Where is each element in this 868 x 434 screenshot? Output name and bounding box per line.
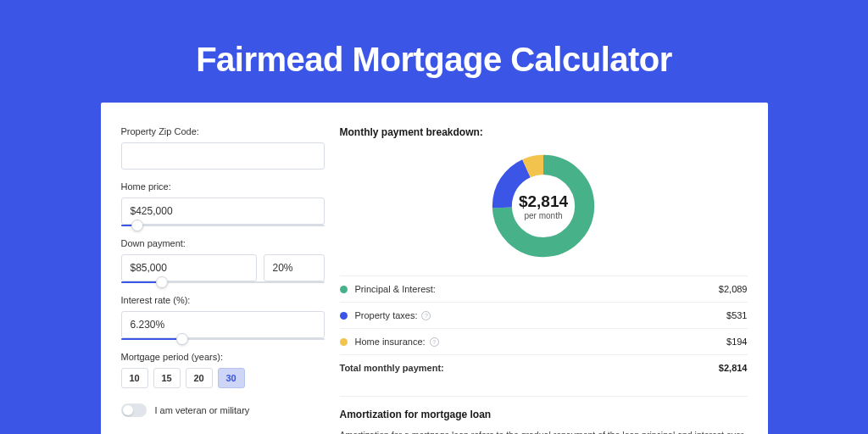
interest-rate-label: Interest rate (%): bbox=[121, 295, 325, 305]
home-price-slider[interactable] bbox=[121, 225, 325, 226]
down-payment-amount-input[interactable] bbox=[121, 254, 257, 281]
donut-subtext: per month bbox=[524, 211, 562, 220]
legend-label: Principal & Interest: bbox=[355, 284, 719, 294]
legend-label-text: Property taxes: bbox=[355, 310, 418, 320]
amortization-section: Amortization for mortgage loan Amortizat… bbox=[340, 396, 748, 434]
home-price-label: Home price: bbox=[121, 181, 325, 192]
form-panel: Property Zip Code: Home price: Down paym… bbox=[121, 126, 325, 434]
legend-label: Home insurance: ? bbox=[355, 337, 727, 347]
legend-label-text: Home insurance: bbox=[355, 337, 426, 347]
interest-rate-input[interactable] bbox=[121, 311, 325, 338]
down-payment-slider[interactable] bbox=[121, 281, 325, 283]
interest-rate-slider-thumb[interactable] bbox=[176, 333, 188, 345]
home-price-slider-thumb[interactable] bbox=[131, 220, 143, 231]
breakdown-header: Monthly payment breakdown: bbox=[340, 126, 748, 138]
legend-row-principal-interest: Principal & Interest: $2,089 bbox=[340, 275, 748, 302]
total-label: Total monthly payment: bbox=[340, 363, 719, 373]
period-btn-15[interactable]: 15 bbox=[153, 368, 181, 388]
period-btn-10[interactable]: 10 bbox=[121, 368, 148, 388]
calculator-card: Property Zip Code: Home price: Down paym… bbox=[101, 103, 768, 434]
legend-row-total: Total monthly payment: $2,814 bbox=[340, 354, 748, 381]
page-title: Fairmead Mortgage Calculator bbox=[0, 0, 868, 103]
home-price-field-group: Home price: bbox=[121, 181, 325, 226]
down-payment-label: Down payment: bbox=[121, 238, 325, 248]
amortization-body: Amortization for a mortgage loan refers … bbox=[340, 429, 748, 434]
period-btn-30[interactable]: 30 bbox=[218, 368, 245, 388]
zip-label: Property Zip Code: bbox=[121, 126, 325, 136]
legend-value: $2,089 bbox=[719, 284, 748, 294]
legend-row-property-taxes: Property taxes: ? $531 bbox=[340, 302, 748, 328]
mortgage-period-label: Mortgage period (years): bbox=[121, 352, 325, 362]
veteran-toggle-label: I am veteran or military bbox=[155, 405, 250, 415]
legend-value: $531 bbox=[726, 310, 747, 320]
breakdown-panel: Monthly payment breakdown: $2,814 per mo… bbox=[340, 126, 748, 434]
legend-dot-icon bbox=[340, 286, 348, 293]
legend-dot-icon bbox=[340, 312, 348, 320]
donut-amount: $2,814 bbox=[519, 192, 568, 211]
zip-input[interactable] bbox=[121, 142, 325, 170]
legend-row-home-insurance: Home insurance: ? $194 bbox=[340, 328, 748, 354]
info-icon[interactable]: ? bbox=[430, 337, 439, 347]
zip-field-group: Property Zip Code: bbox=[121, 126, 325, 170]
legend-dot-icon bbox=[340, 338, 348, 346]
interest-rate-slider-fill bbox=[121, 338, 182, 340]
veteran-toggle[interactable] bbox=[121, 403, 147, 417]
legend-value: $194 bbox=[726, 337, 747, 347]
interest-rate-slider[interactable] bbox=[121, 338, 325, 340]
amortization-header: Amortization for mortgage loan bbox=[340, 409, 748, 420]
home-price-input[interactable] bbox=[121, 198, 325, 225]
period-btn-20[interactable]: 20 bbox=[186, 368, 213, 388]
payment-donut-chart: $2,814 per month bbox=[489, 152, 598, 260]
total-value: $2,814 bbox=[719, 363, 748, 373]
info-icon[interactable]: ? bbox=[421, 311, 431, 320]
donut-wrap: $2,814 per month bbox=[340, 147, 748, 275]
down-payment-field-group: Down payment: bbox=[121, 238, 325, 283]
mortgage-period-buttons: 10 15 20 30 bbox=[121, 368, 325, 388]
interest-rate-field-group: Interest rate (%): bbox=[121, 295, 325, 340]
veteran-toggle-row: I am veteran or military bbox=[121, 403, 325, 417]
mortgage-period-field-group: Mortgage period (years): 10 15 20 30 bbox=[121, 352, 325, 388]
donut-center: $2,814 per month bbox=[489, 152, 598, 260]
down-payment-percent-input[interactable] bbox=[264, 254, 325, 281]
down-payment-slider-thumb[interactable] bbox=[156, 276, 168, 288]
legend-label: Property taxes: ? bbox=[355, 310, 727, 320]
